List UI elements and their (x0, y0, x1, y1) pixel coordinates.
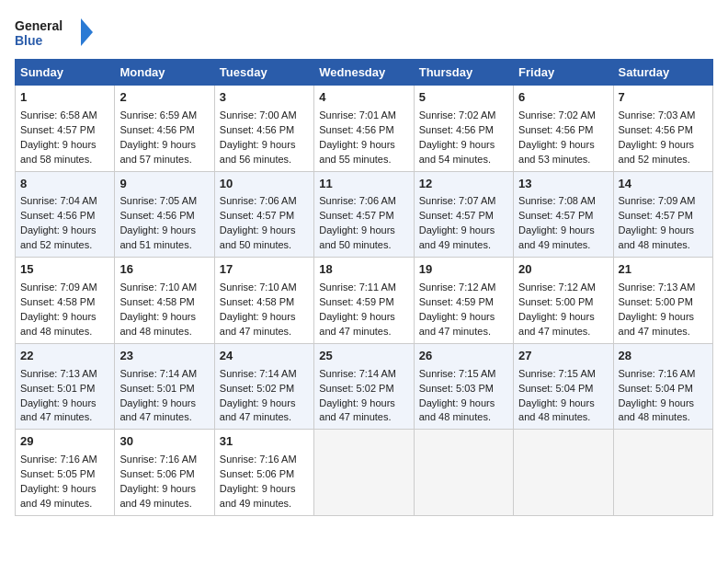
day-number: 4 (319, 89, 408, 107)
day-number: 9 (119, 176, 209, 193)
day-header: Monday (115, 60, 214, 86)
calendar-cell: 23Sunrise: 7:14 AMSunset: 5:01 PMDayligh… (115, 343, 214, 430)
calendar-cell: 6Sunrise: 7:02 AMSunset: 4:56 PMDaylight… (514, 86, 613, 172)
calendar-cell: 12Sunrise: 7:07 AMSunset: 4:57 PMDayligh… (414, 171, 513, 258)
day-number: 23 (119, 348, 209, 365)
day-number: 18 (319, 261, 408, 279)
calendar-cell: 15Sunrise: 7:09 AMSunset: 4:58 PMDayligh… (16, 258, 115, 344)
calendar-cell: 21Sunrise: 7:13 AMSunset: 5:00 PMDayligh… (613, 258, 712, 344)
calendar-cell: 20Sunrise: 7:12 AMSunset: 5:00 PMDayligh… (514, 258, 613, 344)
calendar-cell (314, 430, 414, 516)
calendar-cell: 27Sunrise: 7:15 AMSunset: 5:04 PMDayligh… (514, 343, 613, 430)
calendar-week: 15Sunrise: 7:09 AMSunset: 4:58 PMDayligh… (16, 258, 713, 344)
calendar-cell: 5Sunrise: 7:02 AMSunset: 4:56 PMDaylight… (414, 86, 513, 172)
day-number: 1 (20, 89, 109, 107)
day-number: 11 (319, 176, 408, 193)
day-header: Sunday (16, 60, 115, 86)
day-number: 3 (220, 89, 309, 107)
calendar-cell: 24Sunrise: 7:14 AMSunset: 5:02 PMDayligh… (214, 343, 313, 430)
day-number: 28 (619, 348, 708, 365)
calendar-cell: 17Sunrise: 7:10 AMSunset: 4:58 PMDayligh… (214, 258, 313, 344)
generalblue-logo: General Blue (15, 15, 97, 52)
day-number: 13 (518, 176, 608, 193)
calendar-cell: 7Sunrise: 7:03 AMSunset: 4:56 PMDaylight… (613, 86, 712, 172)
day-header: Saturday (613, 60, 712, 86)
calendar-cell: 14Sunrise: 7:09 AMSunset: 4:57 PMDayligh… (613, 171, 712, 258)
calendar-cell: 1Sunrise: 6:58 AMSunset: 4:57 PMDaylight… (16, 86, 115, 172)
calendar-cell: 30Sunrise: 7:16 AMSunset: 5:06 PMDayligh… (115, 430, 214, 516)
day-header: Friday (514, 60, 613, 86)
day-number: 31 (220, 433, 309, 451)
day-number: 21 (619, 261, 708, 279)
calendar-week: 8Sunrise: 7:04 AMSunset: 4:56 PMDaylight… (16, 171, 713, 258)
day-number: 17 (220, 261, 309, 279)
calendar-cell: 29Sunrise: 7:16 AMSunset: 5:05 PMDayligh… (16, 430, 115, 516)
day-number: 19 (419, 261, 508, 279)
day-number: 5 (419, 89, 508, 107)
day-number: 22 (20, 348, 109, 365)
svg-text:Blue: Blue (15, 33, 43, 48)
calendar-cell: 3Sunrise: 7:00 AMSunset: 4:56 PMDaylight… (214, 86, 313, 172)
calendar-cell: 28Sunrise: 7:16 AMSunset: 5:04 PMDayligh… (613, 343, 712, 430)
calendar-week: 1Sunrise: 6:58 AMSunset: 4:57 PMDaylight… (16, 86, 713, 172)
day-number: 6 (518, 89, 608, 107)
calendar-cell: 8Sunrise: 7:04 AMSunset: 4:56 PMDaylight… (16, 171, 115, 258)
day-number: 30 (119, 433, 209, 451)
page-header: General Blue (15, 15, 713, 52)
day-number: 20 (518, 261, 608, 279)
calendar-cell: 16Sunrise: 7:10 AMSunset: 4:58 PMDayligh… (115, 258, 214, 344)
svg-marker-2 (81, 18, 93, 46)
calendar-cell (414, 430, 513, 516)
day-number: 27 (518, 348, 608, 365)
day-header: Tuesday (214, 60, 313, 86)
calendar-cell (514, 430, 613, 516)
calendar-cell: 19Sunrise: 7:12 AMSunset: 4:59 PMDayligh… (414, 258, 513, 344)
calendar-cell: 25Sunrise: 7:14 AMSunset: 5:02 PMDayligh… (314, 343, 414, 430)
calendar-cell: 4Sunrise: 7:01 AMSunset: 4:56 PMDaylight… (314, 86, 414, 172)
calendar-cell: 22Sunrise: 7:13 AMSunset: 5:01 PMDayligh… (16, 343, 115, 430)
day-number: 2 (119, 89, 209, 107)
day-number: 14 (619, 176, 708, 193)
calendar-cell (613, 430, 712, 516)
day-number: 10 (220, 176, 309, 193)
day-number: 15 (20, 261, 109, 279)
calendar-cell: 18Sunrise: 7:11 AMSunset: 4:59 PMDayligh… (314, 258, 414, 344)
day-number: 8 (20, 176, 109, 193)
calendar-cell: 26Sunrise: 7:15 AMSunset: 5:03 PMDayligh… (414, 343, 513, 430)
calendar-cell: 31Sunrise: 7:16 AMSunset: 5:06 PMDayligh… (214, 430, 313, 516)
day-header: Thursday (414, 60, 513, 86)
calendar-table: SundayMondayTuesdayWednesdayThursdayFrid… (15, 59, 713, 516)
calendar-cell: 11Sunrise: 7:06 AMSunset: 4:57 PMDayligh… (314, 171, 414, 258)
header-row: SundayMondayTuesdayWednesdayThursdayFrid… (16, 60, 713, 86)
calendar-week: 22Sunrise: 7:13 AMSunset: 5:01 PMDayligh… (16, 343, 713, 430)
calendar-week: 29Sunrise: 7:16 AMSunset: 5:05 PMDayligh… (16, 430, 713, 516)
day-number: 7 (619, 89, 708, 107)
day-number: 12 (419, 176, 508, 193)
calendar-cell: 2Sunrise: 6:59 AMSunset: 4:56 PMDaylight… (115, 86, 214, 172)
day-number: 16 (119, 261, 209, 279)
day-header: Wednesday (314, 60, 414, 86)
day-number: 24 (220, 348, 309, 365)
day-number: 26 (419, 348, 508, 365)
day-number: 25 (319, 348, 408, 365)
calendar-cell: 10Sunrise: 7:06 AMSunset: 4:57 PMDayligh… (214, 171, 313, 258)
calendar-cell: 13Sunrise: 7:08 AMSunset: 4:57 PMDayligh… (514, 171, 613, 258)
day-number: 29 (20, 433, 109, 451)
logo: General Blue (15, 15, 97, 52)
svg-text:General: General (15, 18, 63, 33)
calendar-cell: 9Sunrise: 7:05 AMSunset: 4:56 PMDaylight… (115, 171, 214, 258)
